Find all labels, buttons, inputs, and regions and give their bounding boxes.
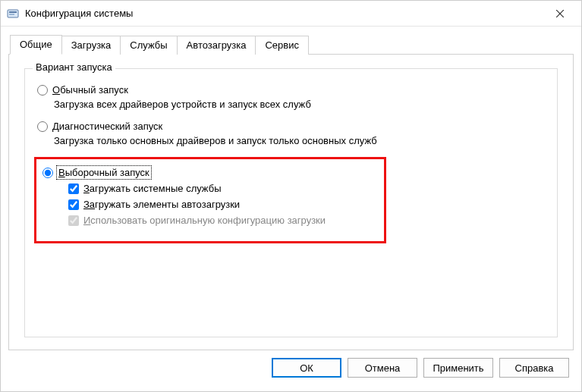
app-icon	[7, 8, 19, 20]
apply-button[interactable]: Применить	[423, 358, 493, 378]
selective-startup-label[interactable]: Выборочный запуск	[58, 167, 150, 178]
normal-startup-block: Обычный запуск Загрузка всех драйверов у…	[37, 84, 549, 110]
use-original-boot-cfg-checkbox	[68, 215, 79, 226]
close-button[interactable]	[543, 3, 577, 24]
load-startup-items-checkbox[interactable]	[68, 199, 79, 210]
cancel-button[interactable]: Отмена	[348, 358, 417, 378]
window-title: Конфигурация системы	[25, 8, 543, 19]
group-legend: Вариант запуска	[33, 61, 115, 73]
load-system-services-row: Загружать системные службы	[68, 183, 376, 194]
normal-startup-radio[interactable]	[37, 85, 48, 96]
tab-general[interactable]: Общие	[10, 35, 62, 55]
svg-rect-2	[9, 14, 14, 15]
normal-startup-label[interactable]: Обычный запуск	[52, 84, 128, 96]
tab-strip: Общие Загрузка Службы Автозагрузка Серви…	[10, 34, 574, 54]
normal-startup-desc: Загрузка всех драйверов устройств и запу…	[54, 99, 549, 110]
svg-rect-1	[9, 11, 17, 13]
load-startup-items-row: Загружать элементы автозагрузки	[68, 199, 376, 210]
help-button[interactable]: Справка	[499, 358, 569, 378]
msconfig-window: Конфигурация системы Общие Загрузка Служ…	[0, 0, 582, 392]
titlebar: Конфигурация системы	[1, 1, 581, 27]
selective-highlight: Выборочный запуск Загружать системные сл…	[34, 157, 386, 243]
dialog-body: Общие Загрузка Службы Автозагрузка Серви…	[1, 27, 581, 391]
tab-tools[interactable]: Сервис	[255, 36, 309, 55]
selective-startup-radio[interactable]	[42, 168, 53, 178]
load-startup-items-label[interactable]: Загружать элементы автозагрузки	[83, 199, 240, 210]
diagnostic-startup-radio[interactable]	[37, 121, 48, 132]
load-system-services-checkbox[interactable]	[68, 183, 79, 194]
ok-button[interactable]: ОК	[272, 358, 341, 378]
diagnostic-startup-label[interactable]: Диагностический запуск	[52, 121, 162, 132]
tab-panel-general: Вариант запуска Обычный запуск Загрузка …	[8, 54, 574, 350]
dialog-buttons: ОК Отмена Применить Справка	[8, 350, 574, 384]
use-original-boot-cfg-row: Использовать оригинальную конфигурацию з…	[68, 215, 376, 226]
tab-startup[interactable]: Автозагрузка	[177, 36, 256, 55]
load-system-services-label[interactable]: Загружать системные службы	[83, 183, 222, 194]
tab-services[interactable]: Службы	[120, 36, 177, 55]
close-icon	[556, 10, 564, 17]
use-original-boot-cfg-label: Использовать оригинальную конфигурацию з…	[83, 215, 326, 226]
startup-selection-group: Вариант запуска Обычный запуск Загрузка …	[24, 68, 558, 337]
diagnostic-startup-desc: Загрузка только основных драйверов и зап…	[54, 135, 549, 146]
tab-boot[interactable]: Загрузка	[61, 36, 121, 55]
diagnostic-startup-block: Диагностический запуск Загрузка только о…	[37, 121, 549, 146]
